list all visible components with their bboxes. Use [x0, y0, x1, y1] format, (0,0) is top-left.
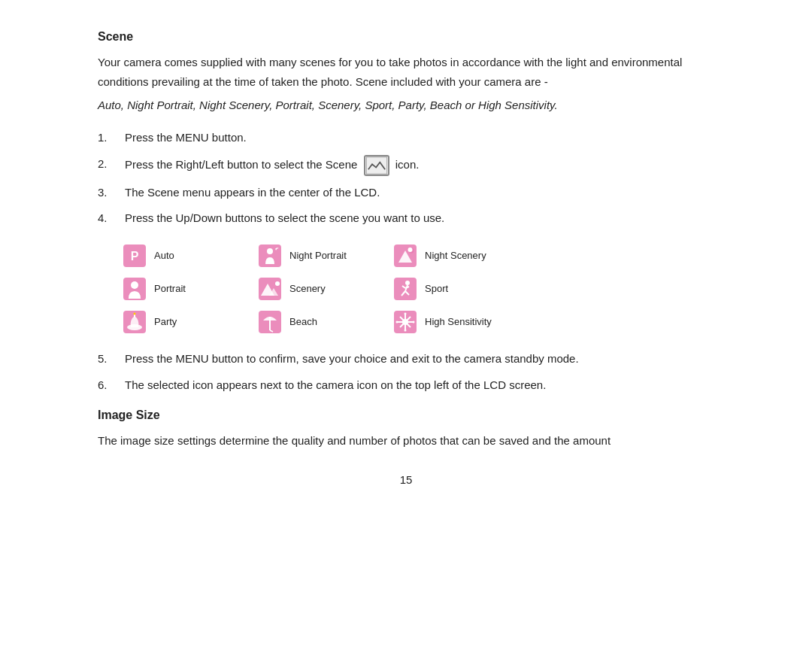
icons-grid-item: P Auto: [98, 241, 714, 336]
step-6-text: The selected icon appears next to the ca…: [125, 376, 714, 395]
step-3-text: The Scene menu appears in the center of …: [125, 184, 714, 202]
svg-point-4: [267, 248, 273, 254]
page-content: Scene Your camera comes supplied with ma…: [98, 0, 714, 516]
steps-list: 1. Press the MENU button. 2. Press the R…: [98, 129, 714, 395]
step-4-num: 4.: [98, 209, 125, 228]
icon-night-scenery-label: Night Scenery: [425, 248, 486, 263]
step-6: 6. The selected icon appears next to the…: [98, 376, 714, 395]
step-3: 3. The Scene menu appears in the center …: [98, 184, 714, 202]
svg-text:P: P: [131, 250, 139, 263]
icon-auto-label: Auto: [154, 248, 174, 263]
step-5-num: 5.: [98, 350, 125, 369]
scene-para2: Auto, Night Portrait, Night Scenery, Por…: [98, 96, 714, 115]
step-2-text: Press the Right/Left button to select th…: [125, 155, 714, 176]
image-size-para1: The image size settings determine the qu…: [98, 431, 714, 451]
scene-section: Scene Your camera comes supplied with ma…: [98, 30, 714, 395]
icon-party: Party: [120, 308, 256, 336]
svg-point-37: [396, 321, 398, 323]
icon-night-scenery: Night Scenery: [391, 241, 541, 270]
step-1-text: Press the MENU button.: [125, 129, 714, 147]
icon-sport-label: Sport: [425, 281, 448, 296]
step-2: 2. Press the Right/Left button to select…: [98, 155, 714, 176]
scene-icons-grid: P Auto: [120, 241, 714, 336]
step-3-num: 3.: [98, 184, 125, 202]
icon-beach: Beach: [256, 308, 391, 336]
icon-night-portrait-label: Night Portrait: [289, 248, 347, 263]
icon-sport: Sport: [391, 275, 541, 303]
icon-auto: P Auto: [120, 241, 256, 270]
image-size-section: Image Size The image size settings deter…: [98, 409, 714, 451]
step-5-text: Press the MENU button to confirm, save y…: [125, 350, 714, 369]
icon-party-label: Party: [154, 314, 177, 330]
icon-night-portrait: Night Portrait: [256, 241, 391, 270]
icon-high-sensitivity-label: High Sensitivity: [425, 314, 492, 330]
step-1-num: 1.: [98, 129, 125, 147]
step-2-num: 2.: [98, 155, 125, 174]
svg-point-14: [275, 281, 280, 286]
image-size-title: Image Size: [98, 409, 714, 422]
svg-point-8: [408, 248, 413, 252]
icon-portrait-label: Portrait: [154, 281, 186, 296]
svg-rect-15: [394, 278, 417, 300]
svg-point-16: [405, 281, 410, 285]
step-6-num: 6.: [98, 376, 125, 395]
step-1: 1. Press the MENU button.: [98, 129, 714, 147]
page-number: 15: [98, 473, 714, 486]
icon-portrait: Portrait: [120, 275, 256, 303]
svg-point-25: [134, 313, 136, 315]
icon-scenery-label: Scenery: [289, 281, 326, 296]
step-4: 4. Press the Up/Down buttons to select t…: [98, 209, 714, 228]
step-4-text: Press the Up/Down buttons to select the …: [125, 209, 714, 228]
step-2-text-before: Press the Right/Left button to select th…: [125, 157, 357, 170]
svg-point-38: [413, 321, 415, 323]
svg-point-10: [131, 281, 138, 289]
step-2-text-after: icon.: [395, 157, 420, 170]
icon-high-sensitivity: High Sensitivity: [391, 308, 541, 336]
scene-menu-icon: [364, 155, 389, 176]
svg-point-35: [404, 313, 407, 315]
svg-point-36: [404, 330, 407, 332]
scene-para1: Your camera comes supplied with many sce…: [98, 53, 714, 93]
step-5: 5. Press the MENU button to confirm, sav…: [98, 350, 714, 369]
scene-title: Scene: [98, 30, 714, 44]
icon-beach-label: Beach: [289, 314, 317, 330]
icon-scenery: Scenery: [256, 275, 391, 303]
